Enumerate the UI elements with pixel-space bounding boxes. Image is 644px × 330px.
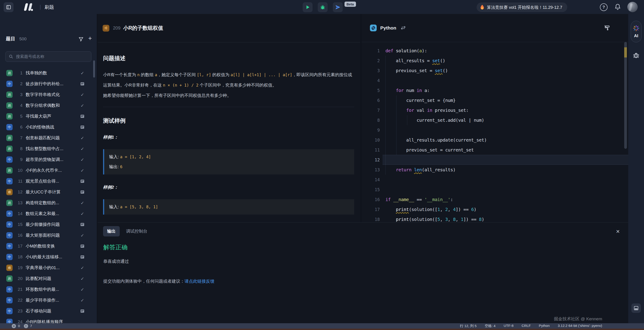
list-item[interactable]: 易20比赛配对问题✓ <box>0 273 97 284</box>
sidebar-toggle-button[interactable] <box>4 2 14 12</box>
list-item[interactable]: 中6小E的怪物挑战 <box>0 122 97 132</box>
list-item[interactable]: 易5寻找最大葫芦 <box>0 111 97 122</box>
reset-code-button[interactable] <box>591 25 598 31</box>
list-item[interactable]: 易10小F的永久代币卡...✓ <box>0 165 97 176</box>
status-item[interactable]: UTF-8 <box>504 324 514 328</box>
list-item[interactable]: 中18小U的最大连续移... <box>0 252 97 262</box>
problem-number: 2 <box>14 81 22 86</box>
list-item[interactable]: 中2徒步旅行中的补给... <box>0 78 97 89</box>
code-token: = <box>427 58 430 63</box>
code-token <box>386 167 396 173</box>
code-line <box>382 125 628 135</box>
code-token: = <box>440 147 442 152</box>
list-item[interactable]: 易13构造特定数组的...✓ <box>0 198 97 208</box>
close-panel-button[interactable]: × <box>616 228 620 235</box>
list-item[interactable]: 易1找单独的数✓ <box>0 68 97 78</box>
problem-title: 找单独的数 <box>26 70 71 76</box>
debug-button[interactable] <box>318 2 328 12</box>
code-token: () <box>442 68 448 73</box>
search-box[interactable] <box>6 51 91 62</box>
submit-button[interactable] <box>333 2 343 12</box>
beta-badge: Beta <box>344 2 356 7</box>
editor-gutter: 123456789101112131415161718 <box>362 42 382 222</box>
list-item[interactable]: 中17小M的数组变换 <box>0 241 97 252</box>
problem-title: 数字字符串格式化 <box>26 92 71 98</box>
notifications-button[interactable] <box>614 4 621 11</box>
problem-number: 19 <box>14 265 22 270</box>
code-token <box>430 58 432 63</box>
editor-code-lines: def solution(a): all_results = set() pre… <box>382 42 628 222</box>
code-token: 8 <box>479 217 482 222</box>
top-bar: 刷题 Beta 算法竞技赛 vol1 开始报名啦！11.29-12.7 <box>0 0 644 14</box>
filter-button[interactable] <box>78 37 84 42</box>
switch-language-button[interactable] <box>400 26 406 31</box>
list-item[interactable]: 难19字典序最小的01...✓ <box>0 262 97 273</box>
status-item[interactable]: 空格: 4 <box>485 324 496 328</box>
list-item[interactable]: 中16最大矩形面积问题✓ <box>0 230 97 241</box>
format-code-button[interactable] <box>604 25 610 31</box>
editor-scrollbar[interactable] <box>624 42 627 149</box>
check-icon: ✓ <box>80 146 85 151</box>
inline-code: a <box>155 73 157 77</box>
difficulty-badge: 中 <box>6 308 12 314</box>
problem-number: 3 <box>14 92 22 97</box>
example-line: 输入: a = [1, 2, 4] <box>109 152 354 162</box>
sidebar-scrollbar[interactable] <box>93 60 95 78</box>
tab-output[interactable]: 输出 <box>103 226 120 236</box>
problem-number: 16 <box>14 233 22 238</box>
errors-count[interactable]: 0 <box>18 324 20 328</box>
warnings-icon[interactable]: ! <box>24 324 28 328</box>
text-segment: 她希望你能帮她计算一下，所有子区间中的不同权值总共有多少种。 <box>103 93 231 98</box>
line-number: 6 <box>362 95 382 105</box>
check-icon: ✓ <box>80 211 85 216</box>
status-item[interactable]: Python <box>539 324 550 328</box>
code-editor[interactable]: 123456789101112131415161718 def solution… <box>362 42 628 222</box>
code-token: (all_results) <box>422 167 456 173</box>
list-item[interactable]: 中11观光景点组合得... <box>0 176 97 187</box>
list-item[interactable]: 中22最少字符串操作...✓ <box>0 295 97 306</box>
examples-container: 样例1：输入: a = [1, 2, 4]输出: 6样例2：输入: a = [5… <box>103 134 354 215</box>
inline-code: [l, r] <box>197 73 211 77</box>
list-item[interactable]: 易4数字分组求偶数和✓ <box>0 100 97 111</box>
inline-code: a = [5, 3, 8, 1] <box>120 205 158 209</box>
code-token: num) <box>471 117 484 123</box>
notes-icon <box>80 244 85 248</box>
line-number: 11 <box>362 145 382 155</box>
list-item[interactable]: 易8找出整型数组中占...✓ <box>0 143 97 154</box>
problem-number: 13 <box>14 200 22 205</box>
app-logo[interactable] <box>22 2 36 12</box>
errors-icon[interactable]: × <box>12 324 16 328</box>
debug-panel-button[interactable] <box>632 51 640 59</box>
code-token: in <box>417 88 422 93</box>
list-item[interactable]: 难12最大UCC子串计算 <box>0 187 97 198</box>
toggle-bottom-panel-button[interactable] <box>632 303 641 313</box>
announcement-banner[interactable]: 算法竞技赛 vol1 开始报名啦！11.29-12.7 <box>476 3 567 12</box>
feedback-line: 提交功能内测体验中，任何问题或者建议：请点此链接反馈 <box>103 278 628 284</box>
inline-code: n <box>137 73 140 77</box>
status-item[interactable]: CRLF <box>522 324 530 328</box>
ai-assistant-button[interactable]: AI <box>631 21 642 42</box>
warnings-count[interactable]: 7 <box>30 324 32 328</box>
list-item[interactable]: 中15最少前缀操作问题 <box>0 219 97 230</box>
help-button[interactable]: ? <box>600 4 608 11</box>
list-item[interactable]: 中23石子移动问题 <box>0 306 97 316</box>
feedback-link[interactable]: 请点此链接反馈 <box>184 279 214 284</box>
avatar[interactable] <box>627 2 638 12</box>
list-item[interactable]: 中21环形数组中的最...✓ <box>0 284 97 295</box>
status-item[interactable]: 行 12, 列 5 <box>460 324 476 328</box>
add-problem-button[interactable]: + <box>88 35 92 42</box>
list-item[interactable]: 易3数字字符串格式化✓ <box>0 89 97 100</box>
run-button[interactable] <box>303 2 312 12</box>
difficulty-badge: 中 <box>6 243 12 249</box>
list-item[interactable]: 中9超市里的货物架调...✓ <box>0 154 97 165</box>
bell-icon <box>614 4 621 11</box>
code-token <box>411 167 414 173</box>
code-line: previous_set = set() <box>382 66 628 76</box>
search-input[interactable] <box>16 54 84 59</box>
tab-debug-console[interactable]: 调试控制台 <box>122 226 152 236</box>
list-item[interactable]: 易7创意标题匹配问题✓ <box>0 132 97 143</box>
python-icon <box>370 25 377 31</box>
list-item[interactable]: 中14数组元素之和最...✓ <box>0 208 97 219</box>
sparkle-icon <box>633 25 640 32</box>
status-item[interactable]: 3.12.2 64-bit ('shims': pyenv) <box>558 324 602 328</box>
